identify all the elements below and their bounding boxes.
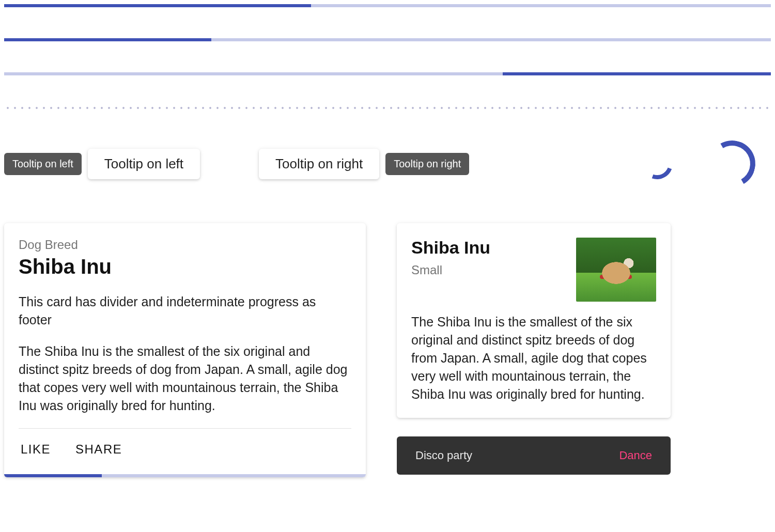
card-shiba-compact: Shiba Inu Small The Shiba Inu is the sma… <box>397 223 671 418</box>
spinner-icon <box>704 135 761 192</box>
cards-row: Dog Breed Shiba Inu This card has divide… <box>4 223 771 477</box>
tooltip-button-right[interactable]: Tooltip on right <box>259 149 379 179</box>
divider <box>19 428 351 429</box>
tooltip-label-left: Tooltip on left <box>4 153 82 175</box>
progress-bar-buffer <box>4 106 771 109</box>
card-paragraph: The Shiba Inu is the smallest of the six… <box>19 342 351 415</box>
share-button[interactable]: SHARE <box>73 438 124 461</box>
progress-bar-query <box>4 72 771 75</box>
card-paragraph: The Shiba Inu is the smallest of the six… <box>411 313 656 403</box>
progress-bar-determinate-1 <box>4 4 771 7</box>
progress-fill <box>503 72 771 75</box>
right-column: Shiba Inu Small The Shiba Inu is the sma… <box>397 223 771 477</box>
tooltip-label-right: Tooltip on right <box>385 153 469 175</box>
spinner-group <box>642 140 771 187</box>
card-subtitle: Small <box>411 263 566 277</box>
progress-bar-determinate-2 <box>4 38 771 41</box>
progress-segment <box>4 474 102 477</box>
progress-fill <box>4 4 311 7</box>
card-subtitle: Dog Breed <box>19 238 351 252</box>
card-actions: LIKE SHARE <box>19 438 351 477</box>
progress-bar-indeterminate <box>4 474 366 477</box>
card-title: Shiba Inu <box>411 238 566 258</box>
tooltip-row: Tooltip on left Tooltip on left Tooltip … <box>4 140 771 187</box>
card-paragraph: This card has divider and indeterminate … <box>19 293 351 329</box>
card-dog-breed: Dog Breed Shiba Inu This card has divide… <box>4 223 366 477</box>
like-button[interactable]: LIKE <box>19 438 53 461</box>
progress-fill <box>4 38 211 41</box>
snackbar-message: Disco party <box>415 449 472 462</box>
snackbar-action-button[interactable]: Dance <box>619 449 652 462</box>
card-title: Shiba Inu <box>19 255 351 278</box>
tooltip-button-left[interactable]: Tooltip on left <box>88 149 200 179</box>
buffer-dots-icon <box>4 106 771 109</box>
dog-image <box>576 238 656 302</box>
snackbar: Disco party Dance <box>397 436 671 475</box>
card-header: Shiba Inu Small <box>411 238 656 302</box>
spinner-icon <box>637 143 678 184</box>
